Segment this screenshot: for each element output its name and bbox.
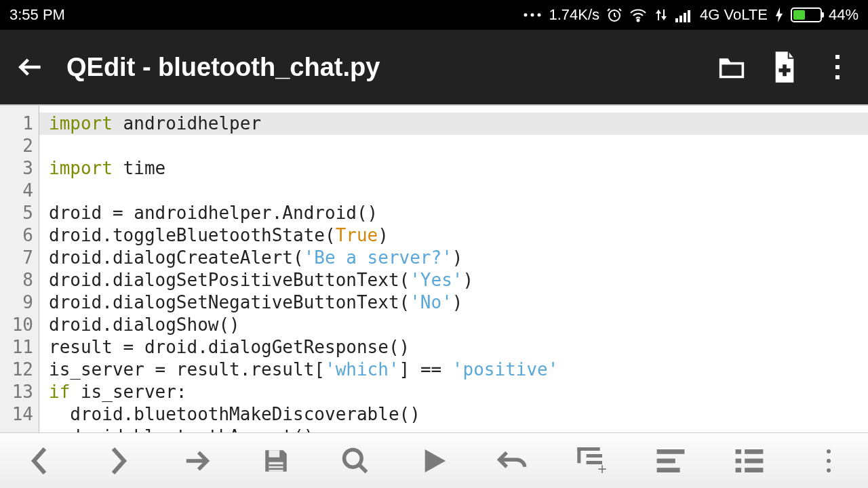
line-number: 2 [0, 135, 33, 157]
battery-fill [793, 10, 805, 20]
svg-rect-32 [736, 468, 742, 472]
svg-point-36 [827, 468, 831, 472]
app-bar: QEdit - bluetooth_chat.py [0, 30, 868, 104]
svg-rect-27 [657, 468, 680, 472]
save-button[interactable] [259, 444, 293, 478]
svg-point-0 [524, 14, 528, 17]
svg-rect-13 [835, 65, 840, 69]
line-number: 3 [0, 157, 33, 180]
svg-rect-31 [745, 458, 764, 463]
indent-button[interactable]: + [575, 444, 609, 478]
svg-rect-33 [745, 468, 764, 472]
line-number: 1 [0, 113, 33, 135]
line-number: 10 [0, 314, 33, 336]
folder-button[interactable] [715, 50, 749, 84]
code-line[interactable]: import androidhelper [39, 113, 868, 135]
svg-rect-5 [675, 18, 678, 22]
bottom-overflow-button[interactable] [812, 444, 846, 478]
svg-rect-28 [736, 449, 742, 454]
code-line[interactable]: droid.dialogCreateAlert('Be a server?') [49, 247, 463, 268]
prev-button[interactable] [22, 444, 56, 478]
line-number: 7 [0, 247, 33, 269]
align-left-button[interactable] [654, 444, 688, 478]
svg-rect-25 [657, 449, 685, 454]
svg-point-35 [827, 459, 831, 463]
overflow-menu-button[interactable] [821, 50, 854, 84]
code-line[interactable]: droid.bluetoothAccept() [49, 426, 314, 432]
svg-point-2 [538, 14, 541, 17]
code-line[interactable]: droid = androidhelper.Android() [49, 203, 378, 223]
wifi-icon [629, 7, 647, 22]
line-number: 6 [0, 224, 33, 247]
charging-icon [774, 7, 784, 22]
svg-rect-22 [586, 454, 601, 458]
svg-rect-16 [269, 462, 283, 471]
status-time: 3:55 PM [9, 6, 65, 24]
status-speed: 1.74K/s [549, 6, 599, 24]
code-line[interactable]: droid.toggleBluetoothState(True) [49, 225, 389, 245]
line-number: 5 [0, 202, 33, 224]
status-right: 1.74K/s 4G VoLTE 44% [523, 6, 859, 24]
svg-rect-11 [778, 68, 790, 73]
line-number: 8 [0, 269, 33, 291]
network-label: 4G VoLTE [700, 6, 768, 24]
code-line[interactable]: is_server = result.result['which'] == 'p… [49, 359, 558, 380]
forward-button[interactable] [180, 444, 214, 478]
svg-rect-8 [688, 10, 690, 22]
line-number: 9 [0, 291, 33, 314]
svg-point-4 [637, 20, 639, 22]
svg-rect-6 [679, 16, 682, 22]
svg-point-34 [827, 449, 831, 453]
svg-rect-15 [269, 450, 280, 458]
svg-rect-18 [269, 468, 283, 470]
svg-rect-9 [722, 64, 741, 75]
svg-rect-21 [577, 447, 580, 463]
alarm-icon [606, 7, 623, 23]
status-bar: 3:55 PM 1.74K/s 4G VoLTE 44% [0, 0, 868, 30]
list-button[interactable] [732, 444, 766, 478]
line-number: 12 [0, 359, 33, 381]
next-button[interactable] [102, 444, 136, 478]
run-button[interactable] [417, 444, 451, 478]
battery-icon [791, 7, 822, 22]
code-line[interactable]: droid.dialogSetNegativeButtonText('No') [49, 292, 463, 312]
code-line[interactable]: import time [49, 158, 165, 178]
signal-icon [675, 7, 693, 22]
svg-text:+: + [597, 460, 607, 474]
more-dots-icon [523, 12, 542, 18]
svg-rect-7 [684, 13, 686, 22]
code-line[interactable]: droid.dialogShow() [49, 314, 240, 335]
line-number: 13 [0, 381, 33, 403]
code-editor[interactable]: 1234567891011121314 import androidhelper… [0, 104, 868, 432]
search-button[interactable] [338, 444, 372, 478]
battery-pct: 44% [829, 6, 859, 24]
line-number: 11 [0, 336, 33, 359]
code-line[interactable]: result = droid.dialogGetResponse() [49, 337, 410, 357]
data-arrows-icon [654, 7, 669, 23]
code-line[interactable]: if is_server: [49, 382, 187, 402]
svg-rect-12 [835, 55, 840, 59]
line-number: 14 [0, 403, 33, 426]
svg-rect-14 [835, 75, 840, 79]
svg-point-19 [344, 449, 361, 467]
svg-rect-17 [269, 464, 283, 466]
code-line[interactable]: droid.dialogSetPositiveButtonText('Yes') [49, 270, 473, 290]
app-title: QEdit - bluetooth_chat.py [66, 53, 696, 82]
line-number-gutter: 1234567891011121314 [0, 106, 39, 432]
line-number: 4 [0, 180, 33, 202]
bottom-toolbar: + [0, 432, 868, 488]
back-button[interactable] [14, 50, 47, 84]
svg-rect-30 [736, 458, 742, 463]
svg-rect-29 [745, 449, 764, 454]
undo-button[interactable] [496, 444, 530, 478]
code-line[interactable]: droid.bluetoothMakeDiscoverable() [49, 404, 420, 424]
svg-rect-26 [657, 458, 675, 463]
code-area[interactable]: import androidhelper import time droid =… [39, 106, 868, 432]
new-file-button[interactable] [768, 50, 802, 84]
svg-point-1 [531, 14, 534, 17]
